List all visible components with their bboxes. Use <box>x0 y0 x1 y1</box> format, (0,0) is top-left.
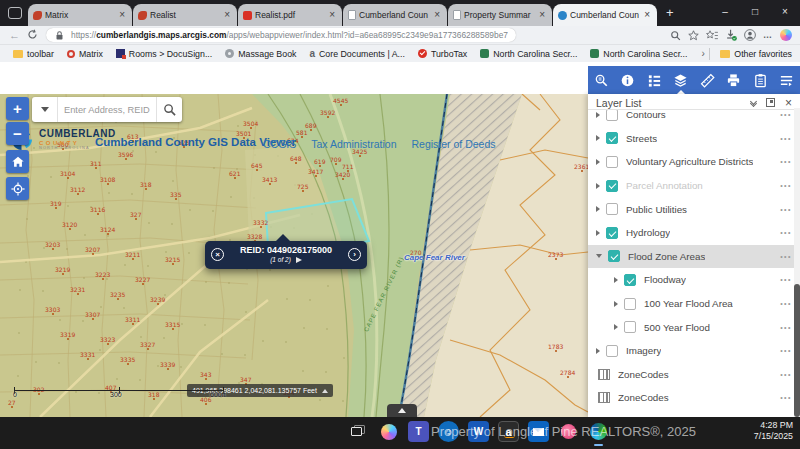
search-source-dropdown[interactable] <box>32 97 58 122</box>
layer-checkbox[interactable] <box>606 203 618 215</box>
parcel-number-label: 3315 <box>165 321 180 330</box>
popup-close-button[interactable]: × <box>211 248 224 261</box>
expand-caret-icon[interactable] <box>614 324 618 330</box>
caret-up-icon <box>398 408 406 413</box>
close-panel-icon[interactable]: × <box>785 98 792 108</box>
layer-row[interactable]: 500 Year Flood••• <box>588 315 800 339</box>
layer-menu-dots[interactable]: ••• <box>780 371 792 378</box>
layer-menu-dots[interactable]: ••• <box>780 182 792 189</box>
home-button[interactable] <box>6 150 29 173</box>
layer-checkbox[interactable] <box>606 156 618 168</box>
layer-list-panel: Layer List × Contours•••Streets•••Volunt… <box>588 94 800 417</box>
menu-tool-button[interactable] <box>774 66 800 94</box>
expand-caret-icon[interactable] <box>596 206 600 212</box>
parcel-number-label: 3116 <box>90 206 105 215</box>
play-icon[interactable] <box>296 257 302 263</box>
search-submit-button[interactable] <box>156 97 182 122</box>
legend-tool-button[interactable] <box>641 66 668 94</box>
parcel-number-label: 725 <box>297 183 308 192</box>
layer-row[interactable]: ZoneCodes••• <box>588 410 800 415</box>
menu-icon <box>779 73 794 88</box>
popup-next-button[interactable]: › <box>348 248 361 261</box>
layer-checkbox[interactable] <box>606 110 618 121</box>
layer-menu-dots[interactable]: ••• <box>780 111 792 118</box>
parcel-number-label: 3120 <box>62 221 77 230</box>
parcel-number-label: 3108 <box>100 176 115 185</box>
parcel-number-label: 619 <box>314 158 325 167</box>
caret-up-icon[interactable] <box>322 389 328 393</box>
zoom-in-button[interactable]: + <box>6 97 29 120</box>
zoom-out-button[interactable]: − <box>6 122 29 145</box>
expand-caret-icon[interactable] <box>596 159 600 165</box>
layer-menu-dots[interactable]: ••• <box>780 135 792 142</box>
edge-app-icon[interactable] <box>588 421 609 442</box>
layer-menu-dots[interactable]: ••• <box>780 324 792 331</box>
layer-menu-dots[interactable]: ••• <box>780 276 792 283</box>
expand-caret-icon[interactable] <box>596 112 600 118</box>
layer-row[interactable]: ZoneCodes••• <box>588 363 800 387</box>
scrollbar-thumb[interactable] <box>794 284 800 417</box>
legend-icon <box>647 73 662 88</box>
copilot-app-icon[interactable] <box>378 421 399 442</box>
layer-row[interactable]: Public Utilities••• <box>588 197 800 221</box>
layer-checkbox[interactable] <box>606 227 618 239</box>
layer-menu-dots[interactable]: ••• <box>780 206 792 213</box>
layer-checkbox[interactable] <box>624 298 636 310</box>
layer-checkbox[interactable] <box>606 132 618 144</box>
edit-tool-button[interactable] <box>747 66 774 94</box>
link-register-of-deeds[interactable]: Register of Deeds <box>411 138 495 150</box>
teams-app-icon[interactable]: T <box>408 421 429 442</box>
layer-checkbox[interactable] <box>606 180 618 192</box>
taskbar-clock[interactable]: 4:28 PM 7/15/2025 <box>754 420 793 443</box>
layer-row[interactable]: Voluntary Agriculture Districts••• <box>588 150 800 174</box>
layer-row[interactable]: Parcel Annotation••• <box>588 174 800 198</box>
search-input[interactable] <box>58 105 156 115</box>
expand-caret-icon[interactable] <box>596 254 602 258</box>
layer-checkbox[interactable] <box>624 321 636 333</box>
layer-menu-dots[interactable]: ••• <box>780 158 792 165</box>
collapse-all-icon[interactable] <box>751 99 756 106</box>
layer-menu-dots[interactable]: ••• <box>780 394 792 401</box>
layer-row[interactable]: Streets••• <box>588 127 800 151</box>
print-tool-button[interactable] <box>721 66 748 94</box>
expand-caret-icon[interactable] <box>596 183 600 189</box>
amazon-app-icon[interactable]: a <box>498 421 519 442</box>
layer-checkbox[interactable] <box>608 250 620 262</box>
layer-row[interactable]: Flood Zone Areas••• <box>588 245 800 269</box>
expand-caret-icon[interactable] <box>596 348 600 354</box>
expand-caret-icon[interactable] <box>614 301 618 307</box>
people-app-icon[interactable]: ☺ <box>438 421 459 442</box>
outlook-app-icon[interactable] <box>528 421 549 442</box>
dock-panel-icon[interactable] <box>766 98 775 107</box>
layer-menu-dots[interactable]: ••• <box>780 300 792 307</box>
expand-caret-icon[interactable] <box>614 277 618 283</box>
info-tool-button[interactable] <box>615 66 642 94</box>
scale-bar: 0 300 600ft <box>14 385 229 398</box>
word-app-icon[interactable]: W <box>468 421 489 442</box>
locate-button[interactable] <box>6 177 29 200</box>
layers-tool-button[interactable] <box>668 66 695 94</box>
layer-row[interactable]: ZoneCodes••• <box>588 386 800 410</box>
photos-app-icon[interactable] <box>558 421 579 442</box>
parcel-number-label: 2784 <box>560 369 575 378</box>
layer-row[interactable]: Floodway••• <box>588 268 800 292</box>
layer-row[interactable]: Hydrology••• <box>588 221 800 245</box>
measure-tool-button[interactable] <box>694 66 721 94</box>
layer-row[interactable]: Contours••• <box>588 110 800 127</box>
parcel-number-label: 3331 <box>80 351 95 360</box>
attribute-table-toggle[interactable] <box>387 404 417 417</box>
layer-row[interactable]: 100 Year Flood Area••• <box>588 292 800 316</box>
layer-checkbox[interactable] <box>606 345 618 357</box>
layer-menu-dots[interactable]: ••• <box>780 229 792 236</box>
layer-menu-dots[interactable]: ••• <box>780 347 792 354</box>
layer-menu-dots[interactable]: ••• <box>780 253 792 260</box>
attribute-search-tool-button[interactable] <box>588 66 615 94</box>
panel-scrollbar[interactable] <box>794 108 800 417</box>
layer-row[interactable]: Imagery••• <box>588 339 800 363</box>
task-view-app-icon[interactable] <box>348 421 369 442</box>
layer-checkbox[interactable] <box>624 274 636 286</box>
link-tax-administration[interactable]: Tax Administration <box>311 138 396 150</box>
expand-caret-icon[interactable] <box>596 230 600 236</box>
expand-caret-icon[interactable] <box>596 135 600 141</box>
link-ccgis[interactable]: CCGIS <box>263 138 296 150</box>
